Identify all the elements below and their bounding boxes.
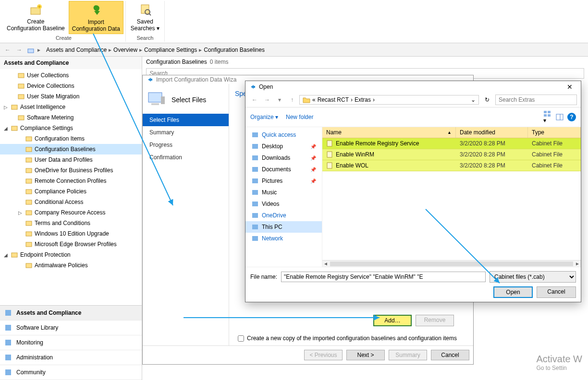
- workspace-label: Community: [16, 369, 46, 376]
- nav-pictures[interactable]: Pictures: [245, 175, 322, 187]
- svg-rect-45: [252, 202, 258, 206]
- close-icon[interactable]: ✕: [563, 83, 577, 91]
- breadcrumb-item[interactable]: Configuration Baselines: [204, 47, 265, 53]
- dialog-back-icon[interactable]: ←: [249, 96, 260, 103]
- breadcrumb-item[interactable]: Overview: [113, 47, 137, 53]
- col-name[interactable]: Name▲: [322, 127, 456, 138]
- preview-pane-icon[interactable]: [556, 114, 564, 120]
- open-dialog-title: Open: [259, 83, 273, 90]
- svg-rect-17: [26, 190, 32, 194]
- workspace-administration[interactable]: Administration: [0, 350, 142, 365]
- tree-item-onedrive-for-business-profiles[interactable]: OneDrive for Business Profiles: [0, 165, 142, 176]
- path-segment[interactable]: Extras: [355, 96, 371, 103]
- nav-home-icon[interactable]: [26, 45, 36, 55]
- tree-item-label: Microsoft Edge Browser Profiles: [35, 241, 117, 248]
- breadcrumb-item[interactable]: Assets and Compliance: [46, 47, 107, 53]
- nav-this-pc[interactable]: This PC: [245, 221, 322, 233]
- tree-item-terms-and-conditions[interactable]: Terms and Conditions: [0, 218, 142, 228]
- col-date[interactable]: Date modified: [456, 127, 528, 138]
- dialog-up-icon[interactable]: ↑: [287, 96, 297, 103]
- wizard-cancel-button[interactable]: Cancel: [431, 350, 469, 360]
- tree-item-label: User Collections: [27, 72, 69, 79]
- expander-icon[interactable]: ▷: [17, 210, 23, 215]
- tree-item-compliance-settings[interactable]: ◢Compliance Settings: [0, 123, 142, 133]
- nav-music[interactable]: Music: [245, 187, 322, 198]
- tree-item-user-collections[interactable]: User Collections: [0, 70, 142, 81]
- workspace-monitoring[interactable]: Monitoring: [0, 335, 142, 350]
- tree-item-compliance-policies[interactable]: Compliance Policies: [0, 186, 142, 197]
- import-configuration-data-button[interactable]: Import Configuration Data: [69, 1, 123, 34]
- tree-item-user-state-migration[interactable]: User State Migration: [0, 91, 142, 102]
- wizard-heading: Select Files: [172, 96, 206, 104]
- tree-item-asset-intelligence[interactable]: ▷Asset Intelligence: [0, 102, 142, 112]
- wizard-step-confirmation[interactable]: Confirmation: [143, 151, 229, 164]
- saved-searches-button[interactable]: Saved Searches ▾: [128, 1, 162, 33]
- add-button[interactable]: Add…: [373, 315, 412, 326]
- file-row[interactable]: Enable WOL3/2/2020 8:28 PMCabinet File: [322, 160, 581, 171]
- organize-button[interactable]: Organize ▾: [250, 114, 278, 120]
- workspace-assets-and-compliance[interactable]: Assets and Compliance: [0, 306, 142, 321]
- wizard-step-summary[interactable]: Summary: [143, 126, 229, 139]
- nav-documents[interactable]: Documents: [245, 164, 322, 175]
- file-type: Cabinet File: [528, 160, 581, 171]
- refresh-icon[interactable]: ↻: [481, 96, 493, 103]
- filetype-filter[interactable]: Cabinet files (*.cab): [490, 271, 576, 283]
- file-name: Enable Remote Registry Service: [336, 140, 419, 147]
- horizontal-scrollbar[interactable]: ◄►: [322, 260, 581, 267]
- svg-rect-50: [327, 152, 332, 157]
- video-icon: [251, 200, 259, 208]
- tree-item-endpoint-protection[interactable]: ◢Endpoint Protection: [0, 249, 142, 260]
- tree-item-conditional-access[interactable]: Conditional Access: [0, 197, 142, 207]
- tree-item-company-resource-access[interactable]: ▷Company Resource Access: [0, 207, 142, 218]
- nav-videos[interactable]: Videos: [245, 198, 322, 210]
- view-mode-icon[interactable]: ▾: [543, 110, 552, 124]
- nav-downloads[interactable]: Downloads: [245, 152, 322, 164]
- open-button[interactable]: Open: [493, 286, 533, 298]
- tree-item-configuration-items[interactable]: Configuration Items: [0, 133, 142, 144]
- dialog-cancel-button[interactable]: Cancel: [537, 286, 576, 298]
- nav-onedrive[interactable]: OneDrive: [245, 210, 322, 221]
- tree-item-remote-connection-profiles[interactable]: Remote Connection Profiles: [0, 176, 142, 186]
- ribbon-btn-label: Create Configuration Baseline: [7, 18, 65, 32]
- svg-rect-46: [252, 213, 258, 218]
- dialog-recent-icon[interactable]: ▾: [274, 96, 285, 103]
- svg-rect-28: [5, 355, 11, 360]
- workspace-software-library[interactable]: Software Library: [0, 321, 142, 335]
- dialog-side-nav: Quick accessDesktopDownloadsDocumentsPic…: [245, 127, 322, 267]
- file-row[interactable]: Enable Remote Registry Service3/2/2020 8…: [322, 138, 581, 149]
- path-dropdown-icon[interactable]: ⌄: [471, 96, 476, 103]
- tree-item-microsoft-edge-browser-profiles[interactable]: Microsoft Edge Browser Profiles: [0, 239, 142, 249]
- expander-icon[interactable]: ▷: [3, 105, 9, 110]
- wizard-step-select-files[interactable]: Select Files: [143, 114, 229, 126]
- dialog-path[interactable]: « Recast RCT › Extras › ⌄: [299, 95, 479, 105]
- nav-quick-access[interactable]: Quick access: [245, 129, 322, 141]
- tree-item-windows-10-edition-upgrade[interactable]: Windows 10 Edition Upgrade: [0, 228, 142, 239]
- wizard-step-progress[interactable]: Progress: [143, 139, 229, 151]
- workspace-community[interactable]: Community: [0, 365, 142, 380]
- workspace-label: Administration: [16, 354, 53, 361]
- wizard-next-button[interactable]: Next >: [346, 350, 385, 360]
- path-segment[interactable]: Recast RCT: [318, 96, 349, 103]
- col-type[interactable]: Type: [528, 127, 581, 138]
- tree-item-configuration-baselines[interactable]: Configuration Baselines: [0, 144, 142, 154]
- file-row[interactable]: Enable WinRM3/2/2020 8:28 PMCabinet File: [322, 149, 581, 160]
- create-copy-checkbox[interactable]: [238, 335, 244, 342]
- tree-item-software-metering[interactable]: Software Metering: [0, 112, 142, 123]
- nav-network[interactable]: Network: [245, 233, 322, 244]
- expander-icon[interactable]: ◢: [3, 126, 9, 131]
- tree-item-device-collections[interactable]: Device Collections: [0, 81, 142, 91]
- dialog-search-input[interactable]: [495, 95, 577, 105]
- breadcrumb-item[interactable]: Compliance Settings: [144, 47, 197, 53]
- create-configuration-baseline-button[interactable]: Create Configuration Baseline: [4, 1, 68, 34]
- tree-item-user-data-and-profiles[interactable]: User Data and Profiles: [0, 154, 142, 165]
- svg-rect-42: [252, 167, 258, 172]
- filename-input[interactable]: [281, 272, 486, 282]
- dialog-forward-icon[interactable]: →: [262, 96, 272, 103]
- nav-desktop[interactable]: Desktop: [245, 141, 322, 152]
- tree-item-antimalware-policies[interactable]: Antimalware Policies: [0, 260, 142, 271]
- nav-back-icon[interactable]: ←: [3, 45, 12, 55]
- new-folder-button[interactable]: New folder: [286, 114, 313, 120]
- help-icon[interactable]: ?: [567, 113, 576, 121]
- expander-icon[interactable]: ◢: [3, 252, 9, 258]
- nav-forward-icon[interactable]: →: [14, 45, 24, 55]
